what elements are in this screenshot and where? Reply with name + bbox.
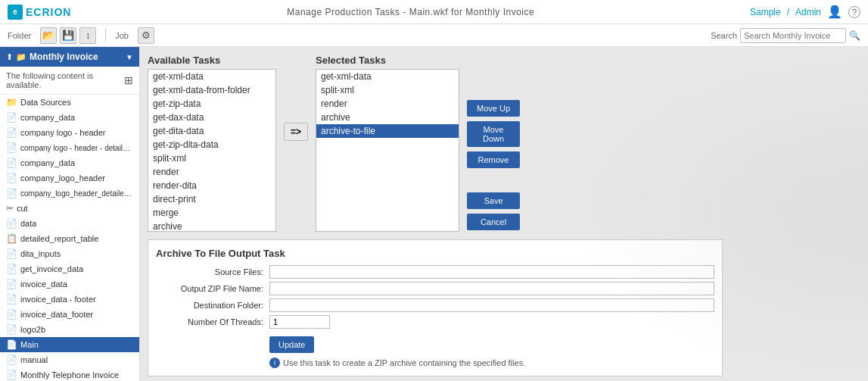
- file-icon: 📄: [6, 112, 17, 123]
- detail-panel-title: Archive To File Output Task: [156, 248, 714, 259]
- selected-task-item-active[interactable]: archive-to-file: [316, 124, 459, 138]
- sidebar-header[interactable]: ⬆ 📁 Monthly Invoice ▼: [0, 47, 139, 67]
- file-icon: 📄: [6, 370, 17, 380]
- sidebar-item[interactable]: 📄 logo2b: [0, 322, 139, 337]
- task-item[interactable]: merge: [148, 206, 275, 220]
- sidebar-item[interactable]: ✂ cut: [0, 201, 139, 216]
- toolbar-separator: [105, 29, 106, 42]
- sidebar-item[interactable]: 📄 invoice_data - footer: [0, 292, 139, 307]
- source-files-label: Source Files:: [156, 267, 269, 276]
- sidebar-item-label: data: [20, 219, 36, 228]
- sidebar-item-label: cut: [17, 204, 28, 213]
- selected-task-item[interactable]: get-xml-data: [316, 70, 459, 83]
- main-layout: ⬆ 📁 Monthly Invoice ▼ The following cont…: [0, 47, 868, 381]
- file-icon: 📄: [6, 248, 17, 259]
- search-icon[interactable]: 🔍: [849, 30, 860, 41]
- folder-save-btn[interactable]: 💾: [60, 27, 76, 44]
- task-item[interactable]: get-zip-data: [148, 97, 275, 111]
- task-item[interactable]: get-xml-data-from-folder: [148, 83, 275, 97]
- sidebar-item[interactable]: 📋 detailed_report_table: [0, 231, 139, 246]
- sidebar-header-folder-icon: 📁: [16, 52, 26, 62]
- save-button[interactable]: Save: [467, 192, 520, 209]
- source-files-input[interactable]: [269, 265, 714, 279]
- cancel-button[interactable]: Cancel: [467, 214, 520, 230]
- sidebar-item[interactable]: 📄 invoice_data_footer: [0, 307, 139, 322]
- sidebar-item[interactable]: 📄 company_logo_header_detailed_report: [0, 186, 139, 201]
- search-input[interactable]: [740, 28, 846, 43]
- file-icon: 📄: [6, 324, 17, 335]
- sidebar-item[interactable]: 📄 Monthly Telephone Invoice: [0, 367, 139, 381]
- sidebar-item[interactable]: 📁 Data Sources: [0, 95, 139, 110]
- available-tasks-title: Available Tasks: [148, 55, 276, 66]
- sidebar-header-arrow-icon: ▼: [126, 53, 133, 61]
- file-icon: 📄: [6, 127, 17, 138]
- folder-sort-btn[interactable]: ↕: [79, 27, 96, 44]
- user-icon: 👤: [827, 5, 842, 19]
- folder-open-btn[interactable]: 📂: [40, 27, 57, 44]
- selected-task-item[interactable]: render: [316, 97, 459, 111]
- update-button[interactable]: Update: [269, 336, 314, 353]
- user-area: Sample / Admin 👤 ?: [750, 5, 860, 19]
- selected-tasks-title: Selected Tasks: [316, 55, 459, 66]
- sidebar-item-label: manual: [20, 355, 48, 364]
- sidebar-item[interactable]: 📄 company_data: [0, 155, 139, 170]
- file-icon: 📄: [6, 354, 17, 365]
- selected-tasks-list[interactable]: get-xml-data split-xml render archive ar…: [316, 69, 459, 232]
- sidebar-item[interactable]: 📄 company_logo_header: [0, 170, 139, 186]
- top-bar: e ECRION Manage Production Tasks - Main.…: [0, 0, 868, 24]
- sidebar-note-text: The following content is available.: [6, 71, 124, 89]
- search-label: Search: [711, 31, 737, 40]
- remove-button[interactable]: Remove: [467, 151, 520, 168]
- sidebar-grid-icon[interactable]: ⊞: [124, 74, 133, 86]
- available-tasks-list[interactable]: get-xml-data get-xml-data-from-folder ge…: [148, 69, 276, 232]
- sidebar-item[interactable]: 📄 data: [0, 216, 139, 231]
- admin-label[interactable]: Admin: [795, 7, 821, 17]
- task-item[interactable]: get-zip-dita-data: [148, 138, 275, 151]
- selected-task-item[interactable]: archive: [316, 111, 459, 124]
- output-zip-input[interactable]: [269, 282, 714, 295]
- file-icon: 📄: [6, 264, 17, 274]
- sidebar-item[interactable]: 📄 company logo - header - detailed rep..…: [0, 140, 139, 155]
- task-item[interactable]: split-xml: [148, 151, 275, 165]
- job-run-btn[interactable]: ⚙: [138, 27, 154, 44]
- task-item[interactable]: get-xml-data: [148, 70, 275, 83]
- destination-row: Destination Folder:: [156, 298, 714, 312]
- sidebar-item[interactable]: 📄 invoice_data: [0, 276, 139, 292]
- logo-icon: e: [8, 5, 23, 20]
- sidebar-item[interactable]: 📄 manual: [0, 352, 139, 367]
- sidebar-item-label: company_logo_header_detailed_report: [20, 189, 133, 198]
- file-icon: 📄: [6, 294, 17, 304]
- task-item[interactable]: render-dita: [148, 179, 275, 192]
- sidebar-item-label: Main: [20, 340, 39, 349]
- task-item[interactable]: archive: [148, 220, 275, 232]
- folder-label: Folder: [8, 31, 31, 40]
- threads-input[interactable]: [269, 315, 330, 329]
- move-to-selected-button[interactable]: =>: [284, 123, 308, 141]
- task-item[interactable]: direct-print: [148, 192, 275, 206]
- move-to-selected-area: =>: [284, 55, 308, 141]
- folder-icon: 📁: [6, 97, 17, 108]
- logo: e ECRION: [8, 5, 71, 20]
- sidebar-item-label: company_data: [20, 158, 75, 167]
- sidebar-item[interactable]: 📄 company_data: [0, 110, 139, 125]
- help-icon[interactable]: ?: [848, 6, 860, 18]
- job-label: Job: [115, 31, 129, 40]
- sidebar-item[interactable]: 📄 dita_inputs: [0, 246, 139, 261]
- sidebar-item[interactable]: 📄 company logo - header: [0, 125, 139, 140]
- user-name[interactable]: Sample: [750, 7, 781, 17]
- destination-input[interactable]: [269, 298, 714, 312]
- selected-task-item[interactable]: split-xml: [316, 83, 459, 97]
- sidebar-item-label: Data Sources: [20, 98, 71, 107]
- sidebar-item[interactable]: 📄 get_invoice_data: [0, 261, 139, 276]
- threads-row: Number Of Threads:: [156, 315, 714, 329]
- sidebar-item-label: get_invoice_data: [20, 264, 83, 273]
- sidebar-item-label: Monthly Telephone Invoice: [20, 370, 119, 379]
- move-up-button[interactable]: Move Up: [467, 100, 520, 117]
- sidebar-item-main[interactable]: 📄 Main: [0, 337, 139, 352]
- task-item[interactable]: render: [148, 165, 275, 179]
- task-item[interactable]: get-dax-data: [148, 111, 275, 124]
- task-item[interactable]: get-dita-data: [148, 124, 275, 138]
- sidebar-item-label: company logo - header: [20, 128, 106, 137]
- move-down-button[interactable]: Move Down: [467, 121, 520, 147]
- logo-text: ECRION: [26, 6, 71, 18]
